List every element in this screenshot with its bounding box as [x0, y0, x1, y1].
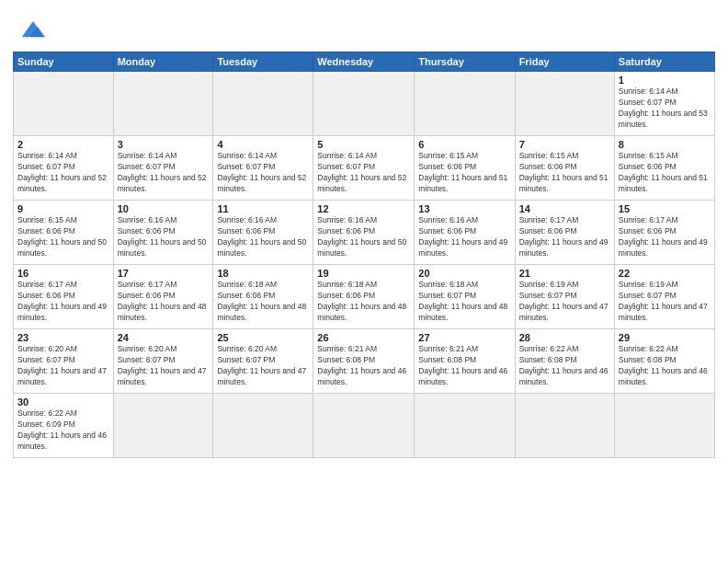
day-cell: [415, 72, 515, 136]
day-cell: 11Sunrise: 6:16 AMSunset: 6:06 PMDayligh…: [213, 201, 313, 265]
week-row-2: 9Sunrise: 6:15 AMSunset: 6:06 PMDaylight…: [14, 201, 715, 265]
day-cell: [415, 394, 515, 458]
day-number: 7: [519, 139, 610, 150]
day-info: Sunrise: 6:17 AMSunset: 6:06 PMDaylight:…: [519, 215, 610, 259]
day-cell: 12Sunrise: 6:16 AMSunset: 6:06 PMDayligh…: [313, 201, 415, 265]
day-info: Sunrise: 6:17 AMSunset: 6:06 PMDaylight:…: [118, 280, 210, 324]
week-row-0: 1Sunrise: 6:14 AMSunset: 6:07 PMDaylight…: [14, 72, 715, 136]
day-cell: 6Sunrise: 6:15 AMSunset: 6:06 PMDaylight…: [415, 136, 515, 201]
day-number: 25: [217, 332, 309, 343]
day-info: Sunrise: 6:19 AMSunset: 6:07 PMDaylight:…: [619, 280, 711, 324]
day-cell: [213, 72, 313, 136]
weekday-sunday: Sunday: [14, 52, 114, 72]
day-number: 6: [418, 139, 510, 150]
day-info: Sunrise: 6:22 AMSunset: 6:08 PMDaylight:…: [619, 344, 711, 388]
day-number: 20: [418, 268, 510, 279]
day-cell: 10Sunrise: 6:16 AMSunset: 6:06 PMDayligh…: [113, 201, 213, 265]
day-cell: 22Sunrise: 6:19 AMSunset: 6:07 PMDayligh…: [614, 265, 714, 329]
day-cell: 18Sunrise: 6:18 AMSunset: 6:06 PMDayligh…: [213, 265, 313, 329]
day-number: 15: [619, 203, 711, 214]
day-number: 11: [217, 203, 309, 214]
day-info: Sunrise: 6:14 AMSunset: 6:07 PMDaylight:…: [17, 151, 109, 195]
day-number: 18: [217, 268, 309, 279]
day-number: 12: [317, 203, 410, 214]
day-info: Sunrise: 6:21 AMSunset: 6:08 PMDaylight:…: [418, 344, 510, 388]
day-info: Sunrise: 6:17 AMSunset: 6:06 PMDaylight:…: [619, 215, 711, 259]
day-cell: 13Sunrise: 6:16 AMSunset: 6:06 PMDayligh…: [415, 201, 515, 265]
day-info: Sunrise: 6:16 AMSunset: 6:06 PMDaylight:…: [118, 215, 210, 259]
day-info: Sunrise: 6:20 AMSunset: 6:07 PMDaylight:…: [118, 344, 210, 388]
day-cell: [113, 394, 213, 458]
day-info: Sunrise: 6:22 AMSunset: 6:08 PMDaylight:…: [519, 344, 610, 388]
day-cell: [313, 72, 415, 136]
day-cell: 23Sunrise: 6:20 AMSunset: 6:07 PMDayligh…: [14, 329, 114, 394]
page: SundayMondayTuesdayWednesdayThursdayFrid…: [0, 0, 728, 563]
day-info: Sunrise: 6:15 AMSunset: 6:06 PMDaylight:…: [17, 215, 109, 259]
day-info: Sunrise: 6:16 AMSunset: 6:06 PMDaylight:…: [217, 215, 309, 259]
day-number: 2: [17, 139, 109, 150]
day-number: 9: [17, 203, 109, 214]
day-info: Sunrise: 6:22 AMSunset: 6:09 PMDaylight:…: [17, 408, 109, 453]
day-number: 26: [317, 332, 410, 343]
header: [13, 9, 715, 46]
day-cell: 19Sunrise: 6:18 AMSunset: 6:06 PMDayligh…: [313, 265, 415, 329]
day-cell: 14Sunrise: 6:17 AMSunset: 6:06 PMDayligh…: [515, 201, 614, 265]
day-cell: 5Sunrise: 6:14 AMSunset: 6:07 PMDaylight…: [313, 136, 415, 201]
day-number: 19: [317, 268, 410, 279]
day-info: Sunrise: 6:15 AMSunset: 6:06 PMDaylight:…: [519, 151, 610, 195]
day-number: 24: [118, 332, 210, 343]
day-info: Sunrise: 6:14 AMSunset: 6:07 PMDaylight:…: [619, 86, 711, 131]
day-cell: 28Sunrise: 6:22 AMSunset: 6:08 PMDayligh…: [515, 329, 614, 394]
day-number: 10: [118, 203, 210, 214]
day-number: 4: [217, 139, 309, 150]
day-info: Sunrise: 6:16 AMSunset: 6:06 PMDaylight:…: [317, 215, 410, 259]
day-cell: 1Sunrise: 6:14 AMSunset: 6:07 PMDaylight…: [614, 72, 714, 136]
day-info: Sunrise: 6:18 AMSunset: 6:06 PMDaylight:…: [317, 280, 410, 324]
day-cell: 17Sunrise: 6:17 AMSunset: 6:06 PMDayligh…: [113, 265, 213, 329]
day-cell: [515, 394, 614, 458]
weekday-monday: Monday: [113, 52, 213, 72]
day-number: 29: [619, 332, 711, 343]
day-number: 28: [519, 332, 610, 343]
day-number: 30: [17, 396, 109, 408]
day-number: 8: [619, 139, 711, 150]
day-number: 13: [418, 203, 510, 214]
day-info: Sunrise: 6:14 AMSunset: 6:07 PMDaylight:…: [317, 151, 410, 195]
week-row-5: 30Sunrise: 6:22 AMSunset: 6:09 PMDayligh…: [14, 394, 715, 458]
logo: [13, 15, 50, 46]
logo-icon: [17, 15, 50, 42]
weekday-thursday: Thursday: [415, 52, 515, 72]
weekday-wednesday: Wednesday: [313, 52, 415, 72]
day-cell: 3Sunrise: 6:14 AMSunset: 6:07 PMDaylight…: [113, 136, 213, 201]
day-info: Sunrise: 6:18 AMSunset: 6:07 PMDaylight:…: [418, 280, 510, 324]
day-info: Sunrise: 6:14 AMSunset: 6:07 PMDaylight:…: [217, 151, 309, 195]
day-cell: 25Sunrise: 6:20 AMSunset: 6:07 PMDayligh…: [213, 329, 313, 394]
day-number: 14: [519, 203, 610, 214]
day-cell: 8Sunrise: 6:15 AMSunset: 6:06 PMDaylight…: [614, 136, 714, 201]
day-number: 16: [17, 268, 109, 279]
day-cell: 21Sunrise: 6:19 AMSunset: 6:07 PMDayligh…: [515, 265, 614, 329]
day-number: 3: [118, 139, 210, 150]
day-number: 21: [519, 268, 610, 279]
day-info: Sunrise: 6:18 AMSunset: 6:06 PMDaylight:…: [217, 280, 309, 324]
day-number: 1: [619, 75, 711, 86]
day-info: Sunrise: 6:19 AMSunset: 6:07 PMDaylight:…: [519, 280, 610, 324]
day-info: Sunrise: 6:21 AMSunset: 6:08 PMDaylight:…: [317, 344, 410, 388]
day-cell: [213, 394, 313, 458]
weekday-tuesday: Tuesday: [213, 52, 313, 72]
day-cell: [515, 72, 614, 136]
day-cell: 27Sunrise: 6:21 AMSunset: 6:08 PMDayligh…: [415, 329, 515, 394]
week-row-3: 16Sunrise: 6:17 AMSunset: 6:06 PMDayligh…: [14, 265, 715, 329]
day-cell: 2Sunrise: 6:14 AMSunset: 6:07 PMDaylight…: [14, 136, 114, 201]
day-info: Sunrise: 6:15 AMSunset: 6:06 PMDaylight:…: [418, 151, 510, 195]
day-cell: [313, 394, 415, 458]
day-cell: 24Sunrise: 6:20 AMSunset: 6:07 PMDayligh…: [113, 329, 213, 394]
day-number: 22: [619, 268, 711, 279]
day-number: 27: [418, 332, 510, 343]
day-info: Sunrise: 6:14 AMSunset: 6:07 PMDaylight:…: [118, 151, 210, 195]
day-info: Sunrise: 6:17 AMSunset: 6:06 PMDaylight:…: [17, 280, 109, 324]
day-cell: 26Sunrise: 6:21 AMSunset: 6:08 PMDayligh…: [313, 329, 415, 394]
weekday-saturday: Saturday: [614, 52, 714, 72]
day-number: 5: [317, 139, 410, 150]
day-cell: 4Sunrise: 6:14 AMSunset: 6:07 PMDaylight…: [213, 136, 313, 201]
